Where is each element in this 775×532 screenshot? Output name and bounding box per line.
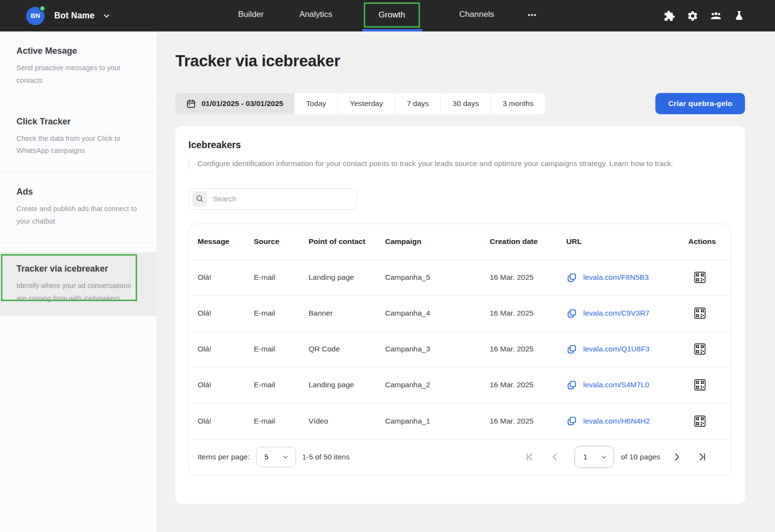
qr-code-icon[interactable] xyxy=(694,272,706,283)
search-input[interactable] xyxy=(213,195,353,203)
qr-code-icon[interactable] xyxy=(694,379,706,391)
card-description: Configure identification information for… xyxy=(188,158,732,169)
items-per-page-label: Items per page: xyxy=(198,453,250,461)
column-header-url: URL xyxy=(566,237,680,246)
cell-point-of-contact: QR Code xyxy=(309,345,385,353)
page-title: Tracker via icebreaker xyxy=(175,52,775,70)
tab-builder[interactable]: Builder xyxy=(223,0,279,29)
more-tabs-button[interactable]: ••• xyxy=(519,0,545,29)
chevron-down-icon xyxy=(282,454,289,461)
preset-yesterday-button[interactable]: Yesterday xyxy=(338,93,394,114)
calendar-icon xyxy=(186,99,196,109)
search-box[interactable] xyxy=(188,188,357,210)
puzzle-icon[interactable] xyxy=(664,10,675,22)
sidebar-item-tracker-via-icebreaker[interactable]: Tracker via icebreaker Identify where yo… xyxy=(0,252,156,317)
first-page-button[interactable] xyxy=(525,452,535,462)
cell-campaign: Campanha_5 xyxy=(385,273,490,282)
copy-link-icon[interactable] xyxy=(566,272,577,283)
last-page-button[interactable] xyxy=(697,452,707,462)
cell-message: Olá! xyxy=(189,380,254,389)
cell-message: Olá! xyxy=(189,417,254,426)
column-header-message: Message xyxy=(189,237,254,246)
tab-analytics[interactable]: Analytics xyxy=(287,0,345,29)
cell-campaign: Campanha_1 xyxy=(385,417,490,426)
page-number-select[interactable]: 1 xyxy=(574,446,614,468)
icebreakers-table: Message Source Point of contact Campaign… xyxy=(188,224,731,475)
table-row: Olá! E-mail Landing page Campanha_2 16 M… xyxy=(189,367,731,403)
sidebar-item-ads[interactable]: Ads Create and publish ads that connect … xyxy=(0,172,156,243)
tracker-url-link[interactable]: levala.com/C9V3R7 xyxy=(583,309,650,318)
tab-channels[interactable]: Channels xyxy=(447,0,507,29)
table-footer: Items per page: 5 1-5 of 50 itens 1 xyxy=(189,439,731,475)
copy-link-icon[interactable] xyxy=(566,380,577,391)
tracker-url-link[interactable]: levala.com/F8N5B3 xyxy=(583,273,649,282)
date-range-label: 01/01/2025 - 03/01/2025 xyxy=(202,99,283,108)
sidebar-item-click-tracker[interactable]: Click Tracker Check the data from your C… xyxy=(0,102,156,173)
cell-creation-date: 16 Mar. 2025 xyxy=(490,417,566,426)
items-per-page-select[interactable]: 5 xyxy=(256,447,296,467)
sidebar-spacer xyxy=(0,243,156,252)
table-row: Olá! E-mail QR Code Campanha_3 16 Mar. 2… xyxy=(189,332,731,367)
cell-creation-date: 16 Mar. 2025 xyxy=(490,380,566,389)
qr-code-icon[interactable] xyxy=(694,415,706,427)
active-tab-underline xyxy=(362,29,422,31)
qr-code-icon[interactable] xyxy=(694,307,706,319)
create-icebreaker-button[interactable]: Criar quebra-gelo xyxy=(655,93,745,114)
cell-source: E-mail xyxy=(254,345,309,353)
page-number-value: 1 xyxy=(583,453,588,461)
column-header-creation-date: Creation date xyxy=(490,237,566,246)
sidebar-item-title: Tracker via icebreaker xyxy=(16,264,139,274)
column-header-actions: Actions xyxy=(680,237,731,246)
preset-7days-button[interactable]: 7 days xyxy=(395,93,441,114)
preset-today-button[interactable]: Today xyxy=(294,93,338,114)
chevron-down-icon xyxy=(600,454,607,461)
cell-point-of-contact: Banner xyxy=(309,309,385,318)
cell-source: E-mail xyxy=(254,380,309,389)
cell-point-of-contact: Vídeo xyxy=(309,417,385,426)
copy-link-icon[interactable] xyxy=(566,415,577,426)
sidebar-item-title: Active Mesage xyxy=(16,46,140,56)
tab-growth[interactable]: Growth xyxy=(364,2,420,28)
tracker-url-link[interactable]: levala.com/H6N4H2 xyxy=(583,417,650,426)
cell-campaign: Campanha_2 xyxy=(385,380,490,389)
table-row: Olá! E-mail Banner Campanha_4 16 Mar. 20… xyxy=(189,296,731,332)
search-icon xyxy=(192,191,207,206)
tracker-url-link[interactable]: levala.com/Q1U8F3 xyxy=(583,345,650,353)
sidebar-item-active-message[interactable]: Active Mesage Send proactive messages to… xyxy=(0,31,156,102)
copy-link-icon[interactable] xyxy=(566,344,577,355)
cell-message: Olá! xyxy=(189,309,254,318)
date-range-button[interactable]: 01/01/2025 - 03/01/2025 xyxy=(175,93,294,114)
chevron-down-icon xyxy=(102,12,111,20)
total-pages-text: of 10 pages xyxy=(621,453,660,461)
next-page-button[interactable] xyxy=(671,452,682,462)
cell-campaign: Campanha_4 xyxy=(385,309,490,318)
card-heading: Icebreakers xyxy=(188,139,732,151)
items-per-page-value: 5 xyxy=(264,453,269,461)
top-navbar: BN Bot Name Builder Analytics Growth Cha… xyxy=(0,0,775,31)
date-filter-segmented-control: 01/01/2025 - 03/01/2025 Today Yesterday … xyxy=(175,93,545,114)
icebreakers-card: Icebreakers Configure identification inf… xyxy=(175,126,745,504)
flask-icon[interactable] xyxy=(733,10,745,22)
sidebar-item-description: Identify where your ad conversations are… xyxy=(16,280,139,305)
sidebar-item-description: Check the data from your Click to WhatsA… xyxy=(16,133,140,158)
cell-source: E-mail xyxy=(254,309,309,318)
previous-page-button[interactable] xyxy=(550,452,560,462)
copy-link-icon[interactable] xyxy=(566,308,577,319)
table-header-row: Message Source Point of contact Campaign… xyxy=(189,224,731,260)
tracker-url-link[interactable]: levala.com/S4M7L0 xyxy=(583,380,649,389)
sidebar-item-title: Click Tracker xyxy=(16,117,140,127)
cell-creation-date: 16 Mar. 2025 xyxy=(490,273,566,282)
users-icon[interactable] xyxy=(710,10,722,22)
preset-3months-button[interactable]: 3 months xyxy=(491,93,545,114)
column-header-point-of-contact: Point of contact xyxy=(309,237,385,246)
bot-selector[interactable]: BN Bot Name xyxy=(26,0,111,31)
qr-code-icon[interactable] xyxy=(694,343,706,355)
gear-icon[interactable] xyxy=(687,10,698,22)
items-range-text: 1-5 of 50 itens xyxy=(302,453,350,461)
bot-name-label: Bot Name xyxy=(54,11,94,21)
column-header-campaign: Campaign xyxy=(385,237,490,246)
main-content: Tracker via icebreaker 01/01/2025 - 03/0… xyxy=(156,31,775,532)
preset-30days-button[interactable]: 30 days xyxy=(440,93,490,114)
sidebar-item-description: Send proactive messages to your contacts xyxy=(16,62,140,87)
cell-message: Olá! xyxy=(189,345,254,353)
